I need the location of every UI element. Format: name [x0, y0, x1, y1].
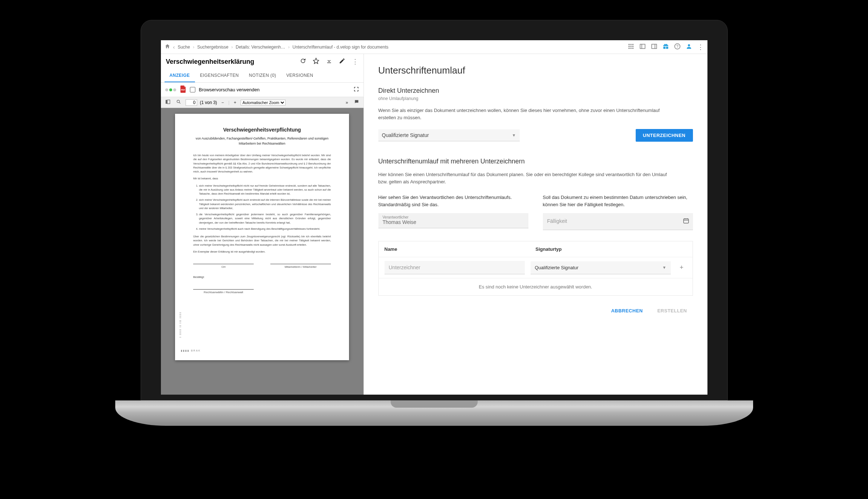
pdf-signature-place: Ort	[193, 264, 254, 269]
svg-rect-8	[632, 48, 633, 49]
direct-sign-subheading: ohne Umlaufplanung	[378, 96, 693, 101]
svg-rect-5	[632, 46, 633, 47]
edit-icon[interactable]	[339, 58, 345, 66]
more-vertical-icon[interactable]: ⋮	[352, 58, 358, 65]
pdf-toolbar: (1 von 3) − | + Automatischer Zoom »	[161, 97, 364, 108]
pdf-list-item: sich meine Verschwiegenheitspflicht auch…	[199, 198, 331, 210]
pdf-paragraph: Über die gesetzlichen Bestimmungen zum Z…	[193, 234, 331, 247]
svg-rect-4	[630, 46, 631, 47]
tab-bar: ANZEIGE EIGENSCHAFTEN NOTIZEN (0) VERSIO…	[161, 69, 364, 83]
chevron-left-icon[interactable]: ‹	[173, 44, 175, 50]
pdf-zoom-out-icon[interactable]: −	[220, 99, 225, 106]
breadcrumb-item[interactable]: Suchergebnisse	[197, 45, 228, 50]
fullscreen-icon[interactable]	[353, 86, 359, 93]
responsible-help-text: Hier sehen Sie den Verantwortlichen des …	[378, 194, 528, 208]
cancel-button[interactable]: ABBRECHEN	[605, 304, 649, 317]
multi-sign-description: Hier können Sie einen Unterschriftenumla…	[378, 171, 676, 185]
pdf-signature-employee: Mitarbeiterin / Mitarbeiter	[270, 264, 331, 269]
tab-versionen[interactable]: VERSIONEN	[281, 69, 318, 82]
sidebar-layout-icon[interactable]	[639, 43, 646, 51]
signer-name-input[interactable]: Unterzeichner	[385, 261, 525, 274]
signer-sigtype-select[interactable]: Qualifizierte Signatur ▼	[531, 261, 671, 274]
pdf-comment-icon[interactable]	[353, 99, 361, 106]
chevron-down-icon: ▼	[663, 265, 666, 270]
help-icon[interactable]: ?	[674, 43, 681, 51]
page-title: Unterschriftenumlauf	[378, 65, 693, 76]
pdf-file-icon: PDF	[180, 86, 186, 94]
create-button[interactable]: ERSTELLEN	[652, 304, 693, 317]
pdf-viewport[interactable]: Verschwiegenheitsverpflichtung von Auszu…	[161, 108, 364, 395]
gift-icon[interactable]	[663, 43, 669, 51]
user-avatar-icon[interactable]	[686, 43, 692, 51]
svg-point-15	[688, 44, 690, 46]
star-icon[interactable]	[313, 58, 319, 66]
signer-input-row: Unterzeichner Qualifizierte Signatur ▼ +	[379, 257, 693, 278]
apps-grid-icon[interactable]	[628, 43, 634, 51]
breadcrumb-item[interactable]: Suche	[178, 45, 190, 50]
pdf-page-count: (1 von 3)	[200, 100, 217, 105]
pdf-page-input[interactable]	[186, 99, 197, 106]
svg-rect-11	[652, 44, 657, 49]
status-lights	[165, 88, 176, 91]
due-date-field[interactable]: Fälligkeit	[543, 213, 693, 230]
panel-layout-icon[interactable]	[651, 43, 657, 51]
tab-eigenschaften[interactable]: EIGENSCHAFTEN	[195, 69, 244, 82]
svg-rect-21	[684, 219, 689, 223]
pdf-confirm-label: Bestätigt:	[193, 275, 331, 279]
signer-sigtype-value: Qualifizierte Signatur	[535, 265, 579, 270]
browser-preview-label: Browservorschau verwenden	[199, 87, 260, 92]
document-title: Verschwiegenheitserklärung	[166, 58, 295, 66]
direct-sign-heading: Direkt Unterzeichnen	[378, 87, 693, 95]
svg-rect-17	[166, 100, 167, 104]
add-signer-button[interactable]: +	[677, 263, 687, 273]
svg-rect-3	[628, 46, 630, 47]
top-icon-group: ? ⋮	[628, 43, 704, 51]
pdf-zoom-in-icon[interactable]: +	[232, 99, 238, 106]
breadcrumb: ‹ Suche › Suchergebnisse › Details: Vers…	[165, 43, 389, 50]
empty-signers-message: Es sind noch keine Unterzeichner ausgewä…	[379, 278, 693, 295]
svg-text:PDF: PDF	[181, 89, 185, 91]
sign-button[interactable]: UNTERZEICHNEN	[636, 129, 693, 142]
document-panel: Verschwiegenheitserklärung ⋮ ANZEIGE EIG…	[161, 54, 364, 395]
pdf-search-icon[interactable]	[175, 99, 183, 106]
pdf-brak-logo: ▮▮▮▮ BRAK	[181, 349, 201, 352]
pdf-doc-subtitle: von Auszubildenden, Fachangestellten/-Ge…	[193, 136, 331, 146]
pdf-chevron-right-icon[interactable]: »	[344, 99, 350, 106]
svg-rect-9	[640, 44, 645, 49]
top-bar: ‹ Suche › Suchergebnisse › Details: Vers…	[161, 40, 707, 54]
responsible-field[interactable]: Verantwortlicher Thomas Weise	[378, 213, 528, 228]
calendar-icon	[683, 217, 689, 225]
more-vertical-icon[interactable]: ⋮	[697, 44, 704, 50]
signer-table: Name Signaturtyp Unterzeichner Qualifizi…	[378, 241, 693, 296]
breadcrumb-item: Unterschriftenumlauf - d.velop sign for …	[292, 45, 389, 50]
svg-rect-7	[630, 48, 631, 49]
direct-sign-description: Wenn Sie als einziger das Dokument unter…	[378, 107, 676, 121]
tab-anzeige[interactable]: ANZEIGE	[165, 69, 195, 82]
signature-type-select[interactable]: Qualifizierte Signatur ▼	[378, 129, 520, 141]
svg-text:?: ?	[676, 44, 678, 49]
svg-point-19	[177, 100, 179, 103]
svg-rect-18	[167, 100, 170, 104]
tab-notizen[interactable]: NOTIZEN (0)	[244, 69, 281, 82]
pdf-signature-lawyer: Rechtsanwältin / Rechtsanwalt	[193, 289, 254, 294]
pdf-doc-title: Verschwiegenheitsverpflichtung	[193, 127, 331, 133]
signature-workflow-panel: Unterschriftenumlauf Direkt Unterzeichne…	[364, 54, 707, 395]
responsible-value: Thomas Weise	[383, 219, 524, 225]
pdf-barcode: ||||| ||| || ||||| |	[179, 312, 182, 338]
refresh-icon[interactable]	[300, 58, 306, 66]
column-sigtype-header: Signaturtyp	[536, 246, 687, 252]
due-date-help-text: Soll das Dokument zu einem bestimmten Da…	[543, 194, 693, 208]
pdf-page: Verschwiegenheitsverpflichtung von Auszu…	[175, 114, 349, 360]
svg-rect-2	[632, 44, 633, 45]
due-date-placeholder: Fälligkeit	[547, 215, 689, 227]
pdf-zoom-select[interactable]: Automatischer Zoom	[241, 100, 286, 105]
download-icon[interactable]	[326, 58, 332, 66]
pdf-sidebar-toggle-icon[interactable]	[164, 99, 172, 106]
browser-preview-checkbox[interactable]	[190, 87, 195, 92]
home-icon[interactable]	[165, 43, 170, 50]
pdf-paragraph: Ich bin heute von meinem Arbeitgeber übe…	[193, 153, 331, 174]
multi-sign-heading: Unterschriftenumlauf mit mehreren Unterz…	[378, 158, 693, 165]
svg-rect-6	[628, 48, 630, 49]
breadcrumb-item[interactable]: Details: Verschwiegenh…	[236, 45, 285, 50]
column-name-header: Name	[385, 246, 536, 252]
